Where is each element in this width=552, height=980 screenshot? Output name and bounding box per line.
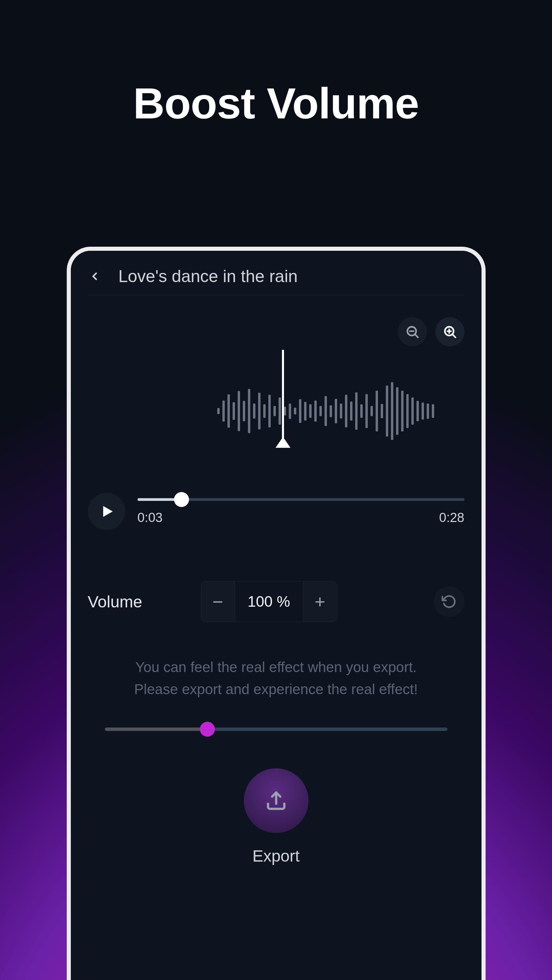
wave-bar	[412, 398, 414, 425]
svg-marker-7	[103, 506, 113, 517]
wave-bar	[309, 404, 311, 418]
wave-bar	[376, 391, 378, 431]
volume-stepper: − 100 % +	[201, 581, 337, 622]
wave-bar	[381, 404, 383, 418]
boost-thumb[interactable]	[200, 722, 215, 737]
page-title: Boost Volume	[0, 78, 552, 128]
playback-controls: 0:03 0:28	[88, 493, 464, 530]
wave-bar	[386, 385, 388, 437]
rotate-ccw-icon	[442, 594, 457, 609]
export-area: Export	[88, 768, 464, 865]
boost-slider[interactable]	[88, 727, 464, 731]
wave-bar	[319, 406, 322, 416]
back-button[interactable]	[88, 269, 102, 283]
wave-bar	[233, 402, 235, 420]
progress-thumb[interactable]	[174, 492, 189, 507]
current-time: 0:03	[137, 511, 163, 525]
svg-line-1	[415, 334, 418, 337]
wave-bar	[294, 408, 296, 414]
zoom-controls	[88, 295, 464, 347]
wave-bar	[314, 401, 317, 422]
top-bar: Love's dance in the rain	[88, 251, 464, 295]
upload-icon	[264, 788, 289, 813]
volume-label: Volume	[88, 592, 156, 611]
wave-bar	[340, 404, 342, 418]
export-button[interactable]	[244, 768, 308, 833]
wave-bar	[427, 404, 429, 419]
wave-bar	[253, 404, 255, 418]
wave-bar	[355, 392, 357, 430]
zoom-in-button[interactable]	[435, 317, 464, 347]
wave-bar	[228, 395, 230, 428]
wave-bar	[432, 404, 434, 418]
waveform-area[interactable]	[88, 360, 464, 462]
wave-bar	[258, 393, 260, 430]
playhead[interactable]	[282, 350, 284, 438]
device-frame: Love's dance in the rain	[67, 247, 486, 980]
wave-bar	[416, 401, 419, 421]
wave-bar	[238, 391, 240, 431]
wave-bar	[370, 406, 373, 416]
progress-bar[interactable]: 0:03 0:28	[137, 498, 464, 525]
wave-bar	[345, 395, 347, 427]
wave-bar	[396, 387, 399, 435]
song-title: Love's dance in the rain	[118, 266, 298, 286]
wave-bar	[360, 404, 363, 418]
zoom-out-button[interactable]	[398, 317, 427, 347]
wave-bar	[350, 401, 353, 421]
play-button[interactable]	[88, 493, 125, 530]
volume-minus-button[interactable]: −	[201, 581, 235, 622]
volume-plus-button[interactable]: +	[303, 581, 337, 622]
hint-text: You can feel the real effect when you ex…	[88, 656, 464, 700]
play-icon	[99, 503, 115, 520]
zoom-out-icon	[405, 324, 420, 339]
chevron-left-icon	[89, 268, 101, 285]
wave-bar	[273, 406, 276, 416]
waveform	[88, 380, 464, 442]
wave-bar	[263, 404, 266, 418]
svg-line-4	[452, 334, 455, 337]
export-label: Export	[252, 846, 300, 865]
wave-bar	[217, 408, 220, 414]
progress-track	[137, 498, 464, 501]
wave-bar	[284, 407, 286, 415]
reset-button[interactable]	[434, 586, 464, 617]
wave-bar	[243, 401, 245, 421]
wave-bar	[268, 395, 271, 427]
wave-bar	[222, 401, 225, 422]
hint-line-1: You can feel the real effect when you ex…	[88, 656, 464, 678]
app-screen: Love's dance in the rain	[71, 251, 482, 980]
wave-bar	[324, 396, 327, 426]
wave-bar	[401, 391, 404, 431]
wave-bar	[391, 382, 393, 440]
zoom-in-icon	[442, 324, 457, 339]
wave-bar	[304, 402, 306, 421]
time-row: 0:03 0:28	[137, 511, 464, 525]
boost-fill	[105, 727, 208, 731]
wave-bar	[406, 394, 408, 428]
total-time: 0:28	[439, 511, 464, 525]
wave-bar	[279, 398, 281, 425]
hint-line-2: Please export and experience the real ef…	[88, 678, 464, 700]
wave-bar	[365, 394, 368, 428]
wave-bar	[289, 404, 291, 419]
wave-bar	[330, 405, 332, 417]
volume-value: 100 %	[235, 581, 303, 622]
volume-row: Volume − 100 % +	[88, 581, 464, 622]
wave-bar	[335, 399, 337, 423]
wave-bar	[248, 389, 250, 433]
wave-bar	[421, 402, 424, 420]
boost-track	[105, 727, 447, 731]
wave-bar	[299, 399, 302, 423]
